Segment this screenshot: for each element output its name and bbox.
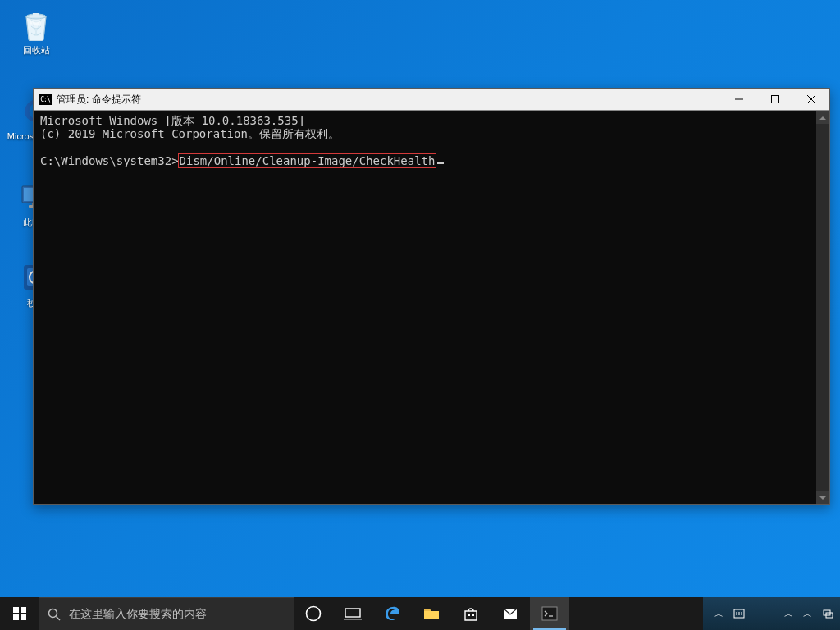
cmd-prompt: C:\Windows\system32> — [40, 154, 179, 167]
cmd-line-copyright: (c) 2019 Microsoft Corporation。保留所有权利。 — [40, 127, 340, 140]
taskbar: 在这里输入你要搜索的内容 — [0, 597, 840, 630]
start-button[interactable] — [0, 597, 39, 630]
taskbar-pinned — [294, 597, 569, 630]
svg-rect-8 — [772, 96, 779, 103]
svg-rect-15 — [345, 609, 360, 617]
chevron-up-icon: ︿ — [784, 608, 793, 620]
cmd-body[interactable]: Microsoft Windows [版本 10.0.18363.535] (c… — [34, 111, 829, 504]
system-tray: ︿ ︿ ︿ — [703, 597, 840, 630]
minimize-button[interactable] — [721, 89, 757, 111]
cmd-window: C:\ 管理员: 命令提示符 Microsoft Windows [版本 10.… — [33, 88, 830, 505]
scrollbar-up-button[interactable] — [816, 111, 829, 124]
cmd-title: 管理员: 命令提示符 — [57, 93, 721, 107]
maximize-button[interactable] — [757, 89, 793, 111]
taskbar-icon-store[interactable] — [451, 597, 491, 630]
tray-input-indicator-icon[interactable] — [733, 608, 745, 619]
taskbar-icon-mail[interactable] — [491, 597, 530, 630]
cmd-command-highlighted: Dism/Online/Cleanup-Image/CheckHealth — [178, 153, 437, 168]
search-placeholder: 在这里输入你要搜索的内容 — [69, 607, 207, 622]
svg-point-13 — [49, 609, 57, 617]
svg-point-14 — [307, 607, 321, 621]
scrollbar-track[interactable] — [816, 111, 829, 504]
desktop-icon-recycle-bin[interactable]: 回收站 — [7, 8, 66, 56]
cmd-titlebar[interactable]: C:\ 管理员: 命令提示符 — [34, 89, 829, 111]
cmd-line-version: Microsoft Windows [版本 10.0.18363.535] — [40, 114, 305, 127]
chevron-up-icon: ︿ — [714, 608, 724, 620]
close-button[interactable] — [793, 89, 829, 111]
tray-overflow-group[interactable]: ︿ — [714, 608, 745, 620]
network-icon[interactable] — [822, 608, 833, 619]
recycle-bin-label: 回收站 — [7, 44, 66, 56]
svg-rect-11 — [13, 614, 19, 620]
tray-status-group[interactable]: ︿ ︿ — [784, 608, 833, 620]
svg-rect-18 — [472, 614, 474, 616]
cmd-title-icon: C:\ — [39, 94, 52, 105]
taskbar-icon-explorer[interactable] — [412, 597, 451, 630]
scrollbar-down-button[interactable] — [816, 491, 829, 504]
svg-rect-9 — [13, 607, 19, 613]
svg-rect-17 — [468, 614, 470, 616]
svg-rect-12 — [21, 614, 26, 620]
search-icon — [48, 608, 61, 621]
recycle-bin-icon — [20, 8, 52, 41]
taskbar-search[interactable]: 在这里输入你要搜索的内容 — [39, 597, 294, 630]
svg-rect-16 — [344, 619, 362, 619]
task-view-button[interactable] — [333, 597, 372, 630]
chevron-up-icon: ︿ — [803, 608, 812, 620]
taskbar-icon-edge[interactable] — [372, 597, 412, 630]
taskbar-icon-cmd[interactable] — [530, 597, 569, 630]
svg-rect-20 — [542, 607, 557, 620]
svg-rect-10 — [21, 607, 26, 613]
cortana-button[interactable] — [294, 597, 333, 630]
cmd-cursor — [437, 162, 444, 164]
